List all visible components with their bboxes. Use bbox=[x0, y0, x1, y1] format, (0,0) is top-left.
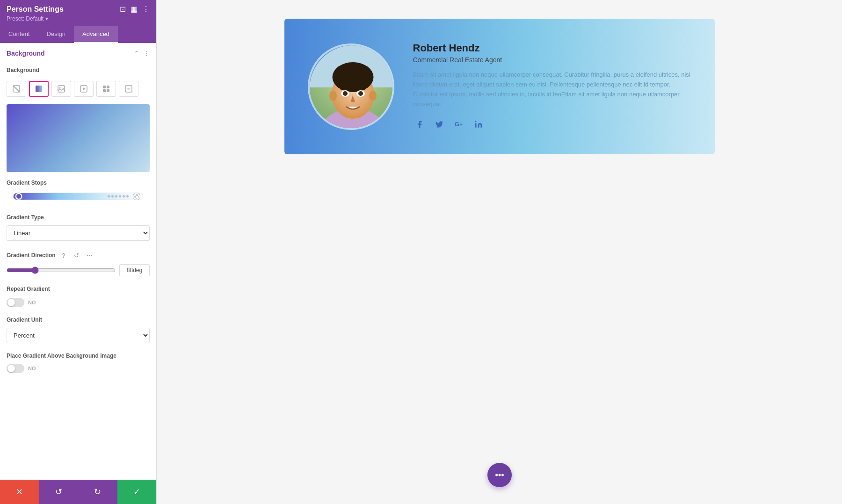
gradient-direction-help[interactable]: ? bbox=[58, 250, 69, 260]
gradient-direction-slider-row bbox=[0, 262, 156, 281]
person-card: Robert Hendz Commercial Real Estate Agen… bbox=[284, 19, 715, 154]
left-panel: Person Settings ⊡ ▦ ⋮ Preset: Default ▾ … bbox=[0, 0, 157, 504]
tab-advanced[interactable]: Advanced bbox=[74, 26, 118, 43]
gradient-stops-label: Gradient Stops bbox=[0, 175, 156, 189]
svg-point-23 bbox=[343, 91, 348, 96]
preset-label: Preset: Default bbox=[7, 15, 44, 22]
gradient-type-select[interactable]: Linear Radial bbox=[7, 225, 150, 241]
collapse-icon[interactable]: ⌃ bbox=[134, 50, 139, 57]
gradient-type-field: Linear Radial bbox=[0, 223, 156, 245]
redo-button[interactable]: ↻ bbox=[78, 480, 117, 504]
gradient-direction-value[interactable] bbox=[119, 264, 150, 276]
social-twitter[interactable] bbox=[433, 118, 446, 131]
svg-rect-9 bbox=[103, 89, 106, 92]
repeat-gradient-toggle[interactable] bbox=[7, 298, 24, 307]
gradient-stop-right[interactable] bbox=[133, 193, 140, 200]
panel-header: Person Settings ⊡ ▦ ⋮ Preset: Default ▾ bbox=[0, 0, 156, 26]
more-icon[interactable]: ⋮ bbox=[142, 5, 150, 14]
svg-marker-6 bbox=[83, 87, 86, 90]
main-area: Robert Hendz Commercial Real Estate Agen… bbox=[157, 0, 842, 504]
bg-type-video[interactable] bbox=[74, 81, 94, 97]
svg-rect-7 bbox=[103, 86, 106, 88]
person-job-title: Commercial Real Estate Agent bbox=[413, 56, 691, 64]
repeat-gradient-label: Repeat Gradient bbox=[0, 281, 156, 295]
panel-body: Background ⌃ ⋮ Background bbox=[0, 43, 156, 504]
fab-button[interactable] bbox=[487, 463, 512, 487]
expand-icon[interactable]: ⊡ bbox=[120, 5, 126, 14]
section-more-icon[interactable]: ⋮ bbox=[143, 50, 150, 57]
panel-title: Person Settings bbox=[7, 5, 64, 14]
gradient-stops-track[interactable] bbox=[13, 193, 143, 200]
section-header-icons: ⌃ ⋮ bbox=[134, 50, 150, 57]
social-linkedin[interactable] bbox=[472, 118, 485, 131]
gradient-preview bbox=[7, 104, 150, 172]
bg-type-none[interactable] bbox=[7, 81, 26, 97]
svg-rect-8 bbox=[107, 86, 109, 88]
person-bio: Etiam sit amet ligula non neque ullamcor… bbox=[413, 70, 691, 109]
gradient-direction-slider[interactable] bbox=[7, 266, 116, 274]
section-title: Background bbox=[7, 50, 45, 57]
gradient-stops-field bbox=[0, 189, 156, 209]
gradient-stop-left[interactable] bbox=[15, 193, 22, 200]
social-googleplus[interactable]: G+ bbox=[452, 118, 465, 131]
background-field-label: Background bbox=[0, 62, 156, 76]
section-header: Background ⌃ ⋮ bbox=[0, 43, 156, 62]
bottom-toolbar: ✕ ↺ ↻ ✓ bbox=[0, 480, 156, 504]
svg-point-24 bbox=[358, 91, 363, 96]
columns-icon[interactable]: ▦ bbox=[131, 5, 138, 14]
person-info: Robert Hendz Commercial Real Estate Agen… bbox=[413, 42, 691, 130]
bg-type-mask[interactable] bbox=[119, 81, 138, 97]
place-gradient-no-label: NO bbox=[28, 366, 36, 371]
person-avatar-wrap bbox=[308, 43, 394, 130]
gradient-unit-label: Gradient Unit bbox=[0, 312, 156, 326]
tabs-row: Content Design Advanced bbox=[0, 26, 156, 43]
panel-header-icons: ⊡ ▦ ⋮ bbox=[120, 5, 150, 14]
gradient-type-label: Gradient Type bbox=[0, 209, 156, 223]
bg-type-pattern[interactable] bbox=[96, 81, 116, 97]
svg-point-4 bbox=[59, 87, 61, 89]
gradient-unit-select[interactable]: Percent Pixel bbox=[7, 328, 150, 343]
repeat-gradient-toggle-row: NO bbox=[0, 295, 156, 312]
svg-point-20 bbox=[369, 91, 377, 101]
bg-type-gradient[interactable] bbox=[29, 81, 49, 97]
svg-point-18 bbox=[332, 62, 373, 92]
svg-point-25 bbox=[475, 121, 476, 122]
gradient-direction-reset[interactable]: ↺ bbox=[72, 250, 82, 260]
svg-line-0 bbox=[13, 86, 20, 92]
gradient-direction-more[interactable]: ⋯ bbox=[85, 250, 95, 260]
bg-type-image[interactable] bbox=[51, 81, 71, 97]
preset-row[interactable]: Preset: Default ▾ bbox=[7, 15, 150, 22]
place-gradient-toggle[interactable] bbox=[7, 364, 24, 373]
tab-design[interactable]: Design bbox=[38, 26, 74, 43]
svg-point-27 bbox=[499, 475, 500, 476]
person-avatar bbox=[310, 45, 394, 130]
svg-point-26 bbox=[496, 475, 497, 476]
background-type-row bbox=[0, 76, 156, 101]
tab-content[interactable]: Content bbox=[0, 26, 38, 43]
gradient-unit-field: Percent Pixel bbox=[0, 326, 156, 348]
svg-point-28 bbox=[502, 475, 503, 476]
cancel-button[interactable]: ✕ bbox=[0, 480, 39, 504]
gradient-direction-label: Gradient Direction bbox=[7, 252, 56, 259]
person-socials: G+ bbox=[413, 118, 691, 131]
repeat-gradient-no-label: NO bbox=[28, 300, 36, 305]
place-gradient-label: Place Gradient Above Background Image bbox=[0, 348, 156, 361]
svg-rect-10 bbox=[107, 89, 109, 92]
social-facebook[interactable] bbox=[413, 118, 426, 131]
place-gradient-toggle-row: NO bbox=[0, 361, 156, 378]
person-name: Robert Hendz bbox=[413, 42, 691, 54]
svg-point-19 bbox=[329, 91, 337, 101]
svg-rect-2 bbox=[36, 86, 42, 92]
gradient-direction-row: Gradient Direction ? ↺ ⋯ bbox=[0, 245, 156, 262]
reset-button[interactable]: ↺ bbox=[39, 480, 79, 504]
save-button[interactable]: ✓ bbox=[117, 480, 157, 504]
